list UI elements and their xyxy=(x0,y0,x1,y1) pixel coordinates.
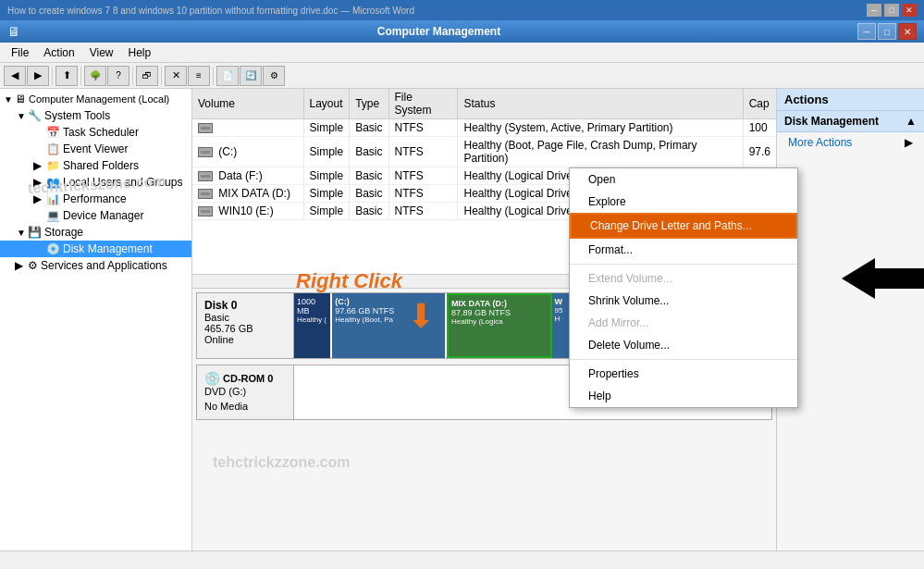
export-btn[interactable]: 📄 xyxy=(216,66,239,86)
up-btn[interactable]: ⬆ xyxy=(55,66,78,86)
tree-event-viewer[interactable]: 📋 Event Viewer xyxy=(0,141,191,157)
cdrom-type: DVD (G:) xyxy=(204,386,286,397)
col-layout: Layout xyxy=(303,89,350,119)
refresh-btn[interactable]: 🔄 xyxy=(240,66,262,86)
ctx-change-drive[interactable]: Change Drive Letter and Paths... xyxy=(570,213,797,239)
properties-btn[interactable]: ≡ xyxy=(188,66,210,86)
tree-performance[interactable]: ▶ 📊 Performance xyxy=(0,191,191,207)
menu-file[interactable]: File xyxy=(4,44,36,61)
app-title-bar: 🖥 Computer Management ─ □ ✕ xyxy=(0,20,924,43)
ctx-open[interactable]: Open xyxy=(570,168,797,191)
disk0-label: Disk 0 Basic 465.76 GB Online xyxy=(197,293,294,358)
tree-disk-label: Disk Management xyxy=(63,242,153,255)
device-icon: 💻 xyxy=(46,209,60,222)
disk-icon: 💿 xyxy=(46,242,60,255)
tree-disk-management[interactable]: 💿 Disk Management xyxy=(0,241,191,257)
options-btn[interactable]: ⚙ xyxy=(263,66,285,86)
tree-device-manager[interactable]: 💻 Device Manager xyxy=(0,207,191,224)
tree-root[interactable]: ▼ 🖥 Computer Management (Local) xyxy=(0,91,191,107)
ctx-extend: Extend Volume... xyxy=(570,267,797,290)
down-arrow-indicator: ⬇ xyxy=(407,297,435,336)
status-bar xyxy=(0,550,924,569)
left-tree-panel: ▼ 🖥 Computer Management (Local) ▼ 🔧 Syst… xyxy=(0,89,192,550)
menu-action[interactable]: Action xyxy=(36,44,81,61)
ctx-help[interactable]: Help xyxy=(570,385,797,407)
partition-mixdata[interactable]: MIX DATA (D:) 87.89 GB NTFS Healthy (Log… xyxy=(447,293,552,358)
menu-view[interactable]: View xyxy=(82,44,121,61)
table-row[interactable]: (C:) Simple Basic NTFS Healthy (Boot, Pa… xyxy=(192,137,776,167)
tree-local-users[interactable]: ▶ 👥 Local Users and Groups xyxy=(0,174,191,191)
users-icon: 👥 xyxy=(46,176,60,189)
services-icon: ⚙ xyxy=(28,259,38,272)
tree-storage-label: Storage xyxy=(44,226,83,239)
context-menu: Open Explore Change Drive Letter and Pat… xyxy=(569,167,798,408)
forward-btn[interactable]: ▶ xyxy=(27,66,49,86)
cdrom-status: No Media xyxy=(204,401,286,412)
right-click-text: Right Click xyxy=(296,269,402,293)
computer-icon: 🖥 xyxy=(15,93,26,105)
maximize-btn[interactable]: □ xyxy=(884,4,899,17)
table-row[interactable]: Simple Basic NTFS Healthy (System, Activ… xyxy=(192,119,776,137)
col-volume: Volume xyxy=(192,89,303,119)
back-btn[interactable]: ◀ xyxy=(4,66,26,86)
tree-shared-folders[interactable]: ▶ 📁 Shared Folders xyxy=(0,157,191,174)
app-icon: 🖥 xyxy=(7,24,20,39)
tree-root-label: Computer Management (Local) xyxy=(29,93,169,105)
more-actions-item[interactable]: More Actions ▶ xyxy=(777,132,924,153)
menu-bar: File Action View Help xyxy=(0,43,924,63)
ctx-mirror: Add Mirror... xyxy=(570,312,797,334)
delete-btn[interactable]: ✕ xyxy=(165,66,187,86)
tree-device-label: Device Manager xyxy=(63,209,143,222)
disk-management-label: Disk Management xyxy=(784,115,879,128)
minimize-btn[interactable]: ─ xyxy=(867,4,881,17)
ctx-explore[interactable]: Explore xyxy=(570,191,797,213)
arrow-indicator xyxy=(801,258,924,299)
disk0-name: Disk 0 xyxy=(204,299,286,312)
win-close[interactable]: ✕ xyxy=(898,23,917,40)
tree-system-tools[interactable]: ▼ 🔧 System Tools xyxy=(0,107,191,124)
tree-services-label: Services and Applications xyxy=(41,259,167,272)
arrow-right-icon: ▶ xyxy=(905,136,913,149)
cdrom-label: 💿 CD-ROM 0 DVD (G:) No Media xyxy=(197,365,294,419)
close-btn[interactable]: ✕ xyxy=(902,4,917,17)
win-minimize[interactable]: ─ xyxy=(857,23,876,40)
event-icon: 📋 xyxy=(46,142,60,155)
tools-icon: 🔧 xyxy=(28,109,42,122)
tree-event-label: Event Viewer xyxy=(63,142,128,155)
tree-users-label: Local Users and Groups xyxy=(63,176,182,189)
tree-storage[interactable]: ▼ 💾 Storage xyxy=(0,224,191,241)
disk-management-section: Disk Management ▲ xyxy=(777,111,924,132)
new-window-btn[interactable]: 🗗 xyxy=(136,66,158,86)
menu-help[interactable]: Help xyxy=(121,44,159,61)
tree-system-tools-label: System Tools xyxy=(44,109,110,122)
partition-system[interactable]: 1000 MB Healthy ( xyxy=(294,293,332,358)
ctx-shrink[interactable]: Shrink Volume... xyxy=(570,290,797,312)
folder-icon: 📁 xyxy=(46,159,60,172)
tree-services[interactable]: ▶ ⚙ Services and Applications xyxy=(0,257,191,274)
col-cap: Cap xyxy=(743,89,776,119)
ctx-properties[interactable]: Properties xyxy=(570,363,797,385)
show-hide-tree[interactable]: 🌳 xyxy=(84,66,106,86)
storage-icon: 💾 xyxy=(28,226,42,239)
help-toolbar-btn[interactable]: ? xyxy=(107,66,129,86)
disk0-status: Online xyxy=(204,334,286,345)
disk0-type: Basic xyxy=(204,312,286,323)
tree-shared-label: Shared Folders xyxy=(63,159,139,172)
scheduler-icon: 📅 xyxy=(46,126,60,139)
ctx-delete[interactable]: Delete Volume... xyxy=(570,334,797,356)
disk0-size: 465.76 GB xyxy=(204,323,286,334)
tree-task-scheduler[interactable]: 📅 Task Scheduler xyxy=(0,124,191,141)
tree-task-label: Task Scheduler xyxy=(63,126,139,139)
collapse-icon[interactable]: ▲ xyxy=(906,115,917,128)
win-maximize[interactable]: □ xyxy=(878,23,896,40)
toolbar: ◀ ▶ ⬆ 🌳 ? 🗗 ✕ ≡ 📄 🔄 ⚙ xyxy=(0,63,924,89)
app-title: Computer Management xyxy=(377,25,500,38)
perf-icon: 📊 xyxy=(46,192,60,205)
col-status: Status xyxy=(458,89,743,119)
col-type: Type xyxy=(350,89,388,119)
more-actions-label: More Actions xyxy=(788,136,852,149)
col-fs: File System xyxy=(388,89,458,119)
actions-header: Actions xyxy=(777,89,924,111)
tab-title: How to create windows 7 8 and windows 10… xyxy=(7,6,414,16)
ctx-format[interactable]: Format... xyxy=(570,239,797,261)
